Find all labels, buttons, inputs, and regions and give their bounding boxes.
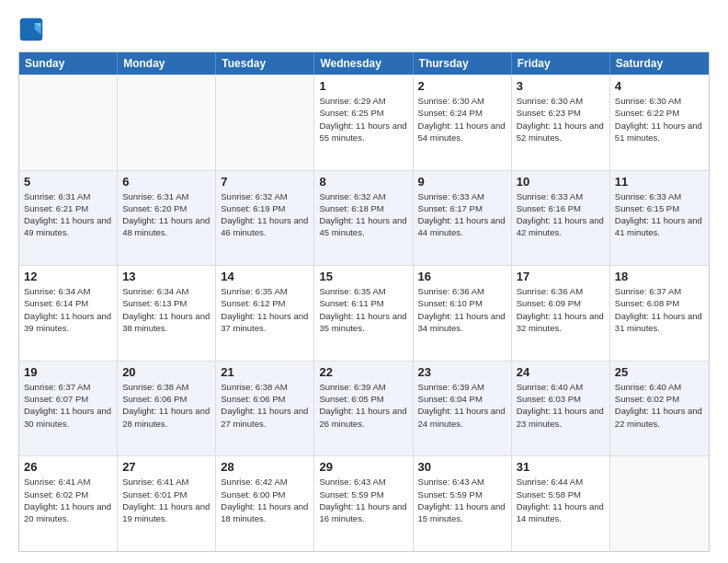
cell-day-number: 10 [517, 175, 605, 189]
cell-sun-info: Sunrise: 6:38 AM Sunset: 6:06 PM Dayligh… [221, 381, 309, 430]
weekday-header: Saturday [610, 52, 709, 75]
weekday-header: Monday [118, 52, 216, 75]
calendar-body: 1Sunrise: 6:29 AM Sunset: 6:25 PM Daylig… [19, 75, 709, 551]
calendar-cell: 7Sunrise: 6:32 AM Sunset: 6:19 PM Daylig… [216, 171, 314, 266]
cell-day-number: 22 [319, 365, 407, 379]
calendar-cell: 13Sunrise: 6:34 AM Sunset: 6:13 PM Dayli… [118, 266, 216, 361]
logo [18, 17, 48, 42]
calendar-cell: 4Sunrise: 6:30 AM Sunset: 6:22 PM Daylig… [610, 75, 709, 170]
calendar-row: 1Sunrise: 6:29 AM Sunset: 6:25 PM Daylig… [19, 75, 709, 170]
cell-sun-info: Sunrise: 6:43 AM Sunset: 5:59 PM Dayligh… [319, 476, 407, 524]
calendar-cell: 25Sunrise: 6:40 AM Sunset: 6:02 PM Dayli… [610, 362, 709, 456]
weekday-header: Tuesday [216, 52, 314, 75]
cell-day-number: 17 [517, 270, 605, 283]
weekday-header: Thursday [414, 52, 512, 75]
calendar-cell: 27Sunrise: 6:41 AM Sunset: 6:01 PM Dayli… [118, 456, 216, 551]
cell-day-number: 31 [517, 460, 605, 474]
cell-sun-info: Sunrise: 6:30 AM Sunset: 6:23 PM Dayligh… [517, 95, 605, 144]
cell-day-number: 15 [319, 270, 407, 283]
cell-day-number: 30 [418, 460, 506, 474]
cell-sun-info: Sunrise: 6:44 AM Sunset: 5:58 PM Dayligh… [517, 476, 605, 524]
calendar-row: 12Sunrise: 6:34 AM Sunset: 6:14 PM Dayli… [19, 265, 709, 361]
cell-sun-info: Sunrise: 6:29 AM Sunset: 6:25 PM Dayligh… [319, 95, 407, 144]
calendar-cell [610, 456, 709, 551]
cell-sun-info: Sunrise: 6:35 AM Sunset: 6:11 PM Dayligh… [319, 285, 407, 334]
weekday-header: Sunday [19, 52, 118, 75]
cell-day-number: 23 [418, 365, 506, 379]
calendar-cell: 21Sunrise: 6:38 AM Sunset: 6:06 PM Dayli… [216, 362, 314, 456]
cell-day-number: 19 [24, 365, 112, 379]
calendar-cell: 29Sunrise: 6:43 AM Sunset: 5:59 PM Dayli… [314, 456, 413, 551]
cell-day-number: 11 [615, 175, 704, 189]
cell-sun-info: Sunrise: 6:40 AM Sunset: 6:03 PM Dayligh… [517, 381, 605, 430]
cell-day-number: 6 [122, 175, 210, 189]
cell-sun-info: Sunrise: 6:34 AM Sunset: 6:13 PM Dayligh… [122, 285, 210, 334]
cell-sun-info: Sunrise: 6:36 AM Sunset: 6:09 PM Dayligh… [517, 285, 605, 334]
calendar-cell: 17Sunrise: 6:36 AM Sunset: 6:09 PM Dayli… [512, 266, 610, 361]
cell-day-number: 3 [517, 79, 605, 93]
cell-day-number: 9 [418, 175, 506, 189]
cell-sun-info: Sunrise: 6:35 AM Sunset: 6:12 PM Dayligh… [221, 285, 309, 334]
calendar-header: SundayMondayTuesdayWednesdayThursdayFrid… [19, 52, 709, 75]
calendar-cell [19, 75, 118, 170]
cell-sun-info: Sunrise: 6:34 AM Sunset: 6:14 PM Dayligh… [24, 285, 112, 334]
calendar-cell: 3Sunrise: 6:30 AM Sunset: 6:23 PM Daylig… [512, 75, 610, 170]
cell-day-number: 5 [24, 175, 112, 189]
calendar-cell: 19Sunrise: 6:37 AM Sunset: 6:07 PM Dayli… [19, 362, 118, 456]
cell-day-number: 28 [221, 460, 309, 474]
cell-day-number: 7 [221, 175, 309, 189]
cell-sun-info: Sunrise: 6:37 AM Sunset: 6:08 PM Dayligh… [615, 285, 704, 334]
cell-day-number: 27 [122, 460, 210, 474]
calendar: SundayMondayTuesdayWednesdayThursdayFrid… [18, 52, 710, 552]
cell-sun-info: Sunrise: 6:30 AM Sunset: 6:22 PM Dayligh… [615, 95, 704, 144]
cell-sun-info: Sunrise: 6:30 AM Sunset: 6:24 PM Dayligh… [418, 95, 506, 144]
cell-day-number: 24 [517, 365, 605, 379]
calendar-cell [216, 75, 314, 170]
header [18, 17, 710, 42]
calendar-cell: 26Sunrise: 6:41 AM Sunset: 6:02 PM Dayli… [19, 456, 118, 551]
calendar-cell: 24Sunrise: 6:40 AM Sunset: 6:03 PM Dayli… [512, 362, 610, 456]
weekday-header: Wednesday [314, 52, 413, 75]
cell-day-number: 21 [221, 365, 309, 379]
cell-day-number: 1 [319, 79, 407, 93]
calendar-cell: 1Sunrise: 6:29 AM Sunset: 6:25 PM Daylig… [314, 75, 413, 170]
calendar-cell: 18Sunrise: 6:37 AM Sunset: 6:08 PM Dayli… [610, 266, 709, 361]
cell-day-number: 26 [24, 460, 112, 474]
cell-day-number: 16 [418, 270, 506, 283]
calendar-cell: 14Sunrise: 6:35 AM Sunset: 6:12 PM Dayli… [216, 266, 314, 361]
cell-sun-info: Sunrise: 6:41 AM Sunset: 6:01 PM Dayligh… [122, 476, 210, 524]
calendar-cell: 6Sunrise: 6:31 AM Sunset: 6:20 PM Daylig… [118, 171, 216, 266]
cell-day-number: 25 [615, 365, 704, 379]
cell-sun-info: Sunrise: 6:42 AM Sunset: 6:00 PM Dayligh… [221, 476, 309, 524]
cell-sun-info: Sunrise: 6:32 AM Sunset: 6:18 PM Dayligh… [319, 190, 407, 239]
calendar-cell: 15Sunrise: 6:35 AM Sunset: 6:11 PM Dayli… [314, 266, 413, 361]
logo-icon [18, 17, 44, 42]
calendar-cell: 8Sunrise: 6:32 AM Sunset: 6:18 PM Daylig… [314, 171, 413, 266]
calendar-cell: 11Sunrise: 6:33 AM Sunset: 6:15 PM Dayli… [610, 171, 709, 266]
cell-sun-info: Sunrise: 6:33 AM Sunset: 6:17 PM Dayligh… [418, 190, 506, 239]
cell-day-number: 29 [319, 460, 407, 474]
cell-sun-info: Sunrise: 6:31 AM Sunset: 6:21 PM Dayligh… [24, 190, 112, 239]
cell-sun-info: Sunrise: 6:40 AM Sunset: 6:02 PM Dayligh… [615, 381, 704, 430]
calendar-cell: 28Sunrise: 6:42 AM Sunset: 6:00 PM Dayli… [216, 456, 314, 551]
cell-sun-info: Sunrise: 6:39 AM Sunset: 6:04 PM Dayligh… [418, 381, 506, 430]
calendar-cell: 22Sunrise: 6:39 AM Sunset: 6:05 PM Dayli… [314, 362, 413, 456]
calendar-cell: 23Sunrise: 6:39 AM Sunset: 6:04 PM Dayli… [414, 362, 512, 456]
cell-sun-info: Sunrise: 6:37 AM Sunset: 6:07 PM Dayligh… [24, 381, 112, 430]
cell-sun-info: Sunrise: 6:39 AM Sunset: 6:05 PM Dayligh… [319, 381, 407, 430]
calendar-cell: 10Sunrise: 6:33 AM Sunset: 6:16 PM Dayli… [512, 171, 610, 266]
calendar-cell: 2Sunrise: 6:30 AM Sunset: 6:24 PM Daylig… [414, 75, 512, 170]
cell-day-number: 4 [615, 79, 704, 93]
calendar-cell: 9Sunrise: 6:33 AM Sunset: 6:17 PM Daylig… [414, 171, 512, 266]
calendar-cell [118, 75, 216, 170]
cell-sun-info: Sunrise: 6:32 AM Sunset: 6:19 PM Dayligh… [221, 190, 309, 239]
calendar-row: 5Sunrise: 6:31 AM Sunset: 6:21 PM Daylig… [19, 170, 709, 266]
cell-sun-info: Sunrise: 6:36 AM Sunset: 6:10 PM Dayligh… [418, 285, 506, 334]
cell-day-number: 8 [319, 175, 407, 189]
cell-sun-info: Sunrise: 6:33 AM Sunset: 6:16 PM Dayligh… [517, 190, 605, 239]
calendar-cell: 31Sunrise: 6:44 AM Sunset: 5:58 PM Dayli… [512, 456, 610, 551]
calendar-cell: 16Sunrise: 6:36 AM Sunset: 6:10 PM Dayli… [414, 266, 512, 361]
cell-sun-info: Sunrise: 6:33 AM Sunset: 6:15 PM Dayligh… [615, 190, 704, 239]
cell-sun-info: Sunrise: 6:38 AM Sunset: 6:06 PM Dayligh… [122, 381, 210, 430]
cell-sun-info: Sunrise: 6:43 AM Sunset: 5:59 PM Dayligh… [418, 476, 506, 524]
